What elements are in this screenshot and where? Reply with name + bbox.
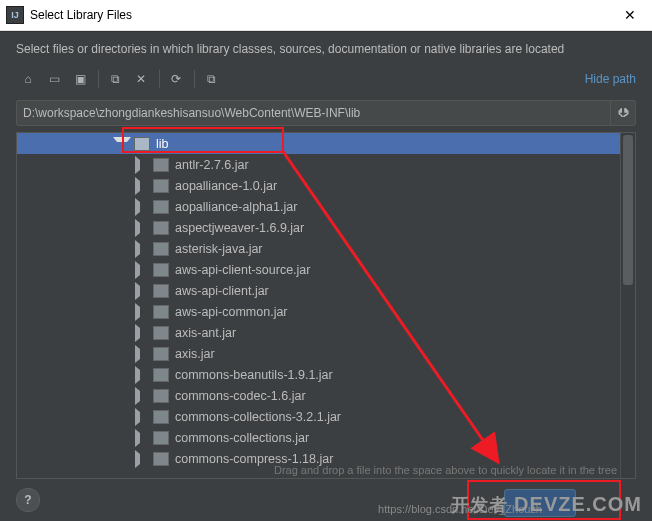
file-label: aws-api-client-source.jar: [175, 263, 310, 277]
file-label: asterisk-java.jar: [175, 242, 263, 256]
titlebar: IJ Select Library Files ✕: [0, 0, 652, 31]
chevron-right-icon[interactable]: [135, 282, 150, 300]
chevron-right-icon[interactable]: [135, 450, 150, 468]
tree-item[interactable]: aws-api-common.jar: [17, 301, 621, 322]
vertical-scrollbar[interactable]: [620, 133, 635, 478]
chevron-right-icon[interactable]: [135, 429, 150, 447]
jar-file-icon: [153, 284, 169, 298]
chevron-right-icon[interactable]: [135, 303, 150, 321]
file-label: lib: [156, 137, 169, 151]
desktop-icon[interactable]: ▭: [44, 69, 64, 89]
jar-file-icon: [153, 305, 169, 319]
separator: [194, 70, 195, 88]
file-tree: libantlr-2.7.6.jaraopalliance-1.0.jaraop…: [16, 132, 636, 479]
project-icon[interactable]: ▣: [70, 69, 90, 89]
file-label: commons-collections-3.2.1.jar: [175, 410, 341, 424]
tree-item[interactable]: aopalliance-alpha1.jar: [17, 196, 621, 217]
file-label: aopalliance-1.0.jar: [175, 179, 277, 193]
chevron-right-icon[interactable]: [135, 261, 150, 279]
jar-file-icon: [153, 200, 169, 214]
file-label: aws-api-client.jar: [175, 284, 269, 298]
toolbar: ⌂ ▭ ▣ ⧉ ✕ ⟳ ⧉ Hide path: [0, 62, 652, 96]
tree-item[interactable]: commons-beanutils-1.9.1.jar: [17, 364, 621, 385]
tree-item[interactable]: commons-collections.jar: [17, 427, 621, 448]
delete-icon[interactable]: ✕: [131, 69, 151, 89]
jar-file-icon: [153, 221, 169, 235]
tree-item[interactable]: aopalliance-1.0.jar: [17, 175, 621, 196]
file-label: commons-codec-1.6.jar: [175, 389, 306, 403]
refresh-icon[interactable]: ⟳: [166, 69, 186, 89]
separator: [159, 70, 160, 88]
help-button[interactable]: ?: [16, 488, 40, 512]
show-hidden-icon[interactable]: ⧉: [201, 69, 221, 89]
jar-file-icon: [153, 431, 169, 445]
chevron-right-icon[interactable]: [135, 198, 150, 216]
chevron-right-icon[interactable]: [135, 408, 150, 426]
tree-folder-lib[interactable]: lib: [17, 133, 621, 154]
app-icon: IJ: [6, 6, 24, 24]
file-label: aspectjweaver-1.6.9.jar: [175, 221, 304, 235]
chevron-down-icon[interactable]: [113, 137, 131, 152]
scrollbar-thumb[interactable]: [623, 135, 633, 285]
chevron-right-icon[interactable]: [135, 177, 150, 195]
path-input[interactable]: D:\workspace\zhongdiankeshisansuo\WebCon…: [17, 101, 610, 125]
chevron-right-icon[interactable]: [135, 324, 150, 342]
jar-file-icon: [153, 347, 169, 361]
jar-file-icon: [153, 263, 169, 277]
tree-item[interactable]: antlr-2.7.6.jar: [17, 154, 621, 175]
tree-item[interactable]: axis.jar: [17, 343, 621, 364]
jar-file-icon: [153, 242, 169, 256]
drag-drop-hint: Drag and drop a file into the space abov…: [274, 464, 617, 476]
info-text: Select files or directories in which lib…: [0, 32, 652, 62]
chevron-right-icon[interactable]: [135, 345, 150, 363]
file-label: axis-ant.jar: [175, 326, 236, 340]
tree-viewport[interactable]: libantlr-2.7.6.jaraopalliance-1.0.jaraop…: [17, 133, 621, 478]
file-label: antlr-2.7.6.jar: [175, 158, 249, 172]
tree-item[interactable]: asterisk-java.jar: [17, 238, 621, 259]
file-label: commons-beanutils-1.9.1.jar: [175, 368, 333, 382]
dialog-window: IJ Select Library Files ✕ Select files o…: [0, 0, 652, 521]
tree-item[interactable]: aws-api-client.jar: [17, 280, 621, 301]
home-icon[interactable]: ⌂: [18, 69, 38, 89]
path-bar: D:\workspace\zhongdiankeshisansuo\WebCon…: [16, 100, 636, 126]
jar-file-icon: [153, 410, 169, 424]
folder-icon: [134, 137, 150, 151]
file-label: axis.jar: [175, 347, 215, 361]
file-label: aopalliance-alpha1.jar: [175, 200, 297, 214]
file-label: aws-api-common.jar: [175, 305, 288, 319]
tree-item[interactable]: aspectjweaver-1.6.9.jar: [17, 217, 621, 238]
jar-file-icon: [153, 326, 169, 340]
file-label: commons-collections.jar: [175, 431, 309, 445]
new-folder-icon[interactable]: ⧉: [105, 69, 125, 89]
jar-file-icon: [153, 389, 169, 403]
tree-item[interactable]: axis-ant.jar: [17, 322, 621, 343]
tree-item[interactable]: aws-api-client-source.jar: [17, 259, 621, 280]
watermark-brand: 开发者 DEVZE.COM: [451, 493, 642, 517]
watermark-cn: 开发者: [451, 495, 508, 515]
chevron-right-icon[interactable]: [135, 366, 150, 384]
jar-file-icon: [153, 179, 169, 193]
jar-file-icon: [153, 158, 169, 172]
chevron-right-icon[interactable]: [135, 156, 150, 174]
close-button[interactable]: ✕: [608, 1, 652, 29]
jar-file-icon: [153, 452, 169, 466]
hide-path-link[interactable]: Hide path: [585, 72, 636, 86]
jar-file-icon: [153, 368, 169, 382]
tree-item[interactable]: commons-codec-1.6.jar: [17, 385, 621, 406]
chevron-right-icon[interactable]: [135, 387, 150, 405]
chevron-right-icon[interactable]: [135, 219, 150, 237]
history-dropdown-icon[interactable]: ⮋: [610, 101, 635, 125]
separator: [98, 70, 99, 88]
dialog-body: Select files or directories in which lib…: [0, 31, 652, 521]
window-title: Select Library Files: [30, 8, 132, 22]
watermark-en: DEVZE.COM: [514, 493, 642, 515]
chevron-right-icon[interactable]: [135, 240, 150, 258]
tree-item[interactable]: commons-collections-3.2.1.jar: [17, 406, 621, 427]
